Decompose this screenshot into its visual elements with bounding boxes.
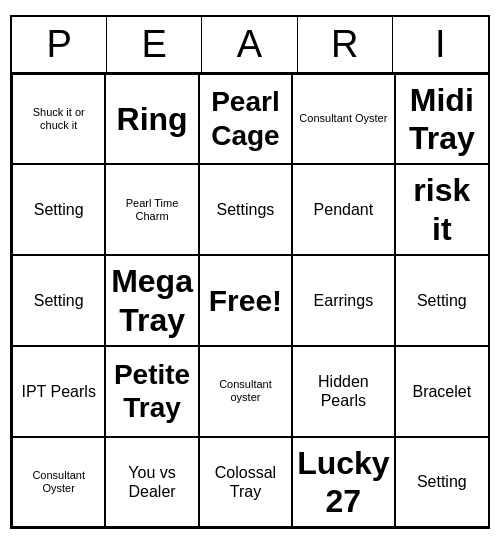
cell-label: Petite Tray	[110, 358, 193, 425]
bingo-cell[interactable]: Mega Tray	[105, 255, 198, 346]
bingo-cell[interactable]: Free!	[199, 255, 292, 346]
header-letter: P	[12, 17, 107, 72]
cell-label: Consultant Oyster	[17, 469, 100, 495]
bingo-cell[interactable]: Setting	[395, 255, 488, 346]
bingo-cell[interactable]: Colossal Tray	[199, 437, 292, 528]
cell-label: Ring	[117, 100, 188, 138]
header-letter: A	[202, 17, 297, 72]
bingo-cell[interactable]: Pendant	[292, 164, 394, 255]
cell-label: Pearl Cage	[204, 85, 287, 152]
bingo-cell[interactable]: Hidden Pearls	[292, 346, 394, 437]
cell-label: Lucky 27	[297, 444, 389, 521]
header-letter: I	[393, 17, 488, 72]
cell-label: You vs Dealer	[110, 463, 193, 501]
cell-label: Setting	[34, 291, 84, 310]
cell-label: Setting	[34, 200, 84, 219]
cell-label: risk it	[400, 171, 484, 248]
bingo-cell[interactable]: Consultant Oyster	[12, 437, 105, 528]
cell-label: Pearl Time Charm	[110, 197, 193, 223]
bingo-card: PEARI Shuck it or chuck itRingPearl Cage…	[10, 15, 490, 530]
bingo-cell[interactable]: Earrings	[292, 255, 394, 346]
cell-label: Setting	[417, 291, 467, 310]
bingo-cell[interactable]: Setting	[395, 437, 488, 528]
cell-label: Shuck it or chuck it	[17, 106, 100, 132]
cell-label: Colossal Tray	[204, 463, 287, 501]
bingo-cell[interactable]: Lucky 27	[292, 437, 394, 528]
bingo-cell[interactable]: Shuck it or chuck it	[12, 74, 105, 165]
cell-label: Hidden Pearls	[297, 372, 389, 410]
bingo-cell[interactable]: Midi Tray	[395, 74, 488, 165]
bingo-cell[interactable]: Consultant Oyster	[292, 74, 394, 165]
cell-label: Consultant Oyster	[299, 112, 387, 125]
bingo-cell[interactable]: Settings	[199, 164, 292, 255]
cell-label: Settings	[217, 200, 275, 219]
bingo-cell[interactable]: risk it	[395, 164, 488, 255]
bingo-cell[interactable]: IPT Pearls	[12, 346, 105, 437]
bingo-cell[interactable]: Ring	[105, 74, 198, 165]
cell-label: IPT Pearls	[21, 382, 95, 401]
cell-label: Midi Tray	[400, 81, 484, 158]
cell-label: Mega Tray	[110, 262, 193, 339]
cell-label: Setting	[417, 472, 467, 491]
cell-label: Bracelet	[412, 382, 471, 401]
header-letter: E	[107, 17, 202, 72]
header-letter: R	[298, 17, 393, 72]
bingo-cell[interactable]: Bracelet	[395, 346, 488, 437]
bingo-cell[interactable]: You vs Dealer	[105, 437, 198, 528]
bingo-cell[interactable]: Consultant oyster	[199, 346, 292, 437]
bingo-cell[interactable]: Pearl Time Charm	[105, 164, 198, 255]
bingo-cell[interactable]: Setting	[12, 164, 105, 255]
bingo-header: PEARI	[12, 17, 488, 74]
cell-label: Earrings	[314, 291, 374, 310]
cell-label: Pendant	[314, 200, 374, 219]
bingo-cell[interactable]: Petite Tray	[105, 346, 198, 437]
cell-label: Consultant oyster	[204, 378, 287, 404]
bingo-cell[interactable]: Pearl Cage	[199, 74, 292, 165]
bingo-grid: Shuck it or chuck itRingPearl CageConsul…	[12, 74, 488, 528]
cell-label: Free!	[209, 283, 282, 319]
bingo-cell[interactable]: Setting	[12, 255, 105, 346]
